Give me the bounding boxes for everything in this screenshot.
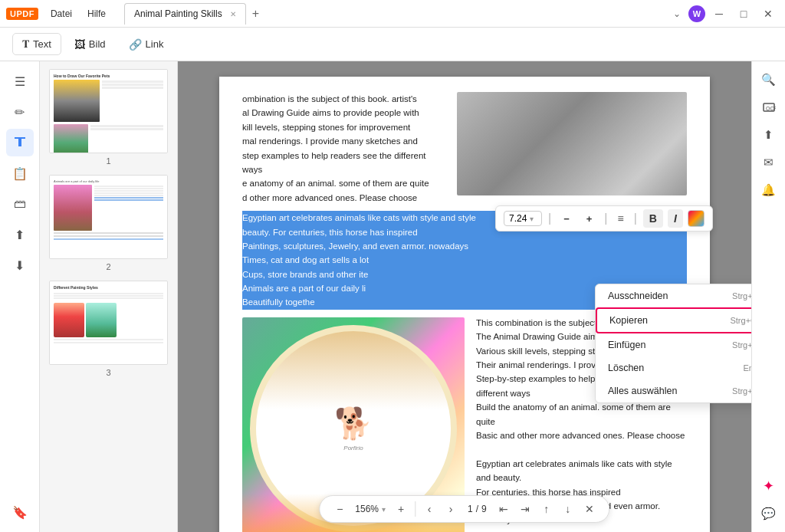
tab-add-btn[interactable]: + (246, 7, 265, 21)
paste-shortcut: Strg+V (732, 340, 751, 350)
image-tool-icon: 🖼 (74, 38, 85, 51)
copy-label: Kopieren (609, 315, 648, 326)
cut-label: Ausschneiden (608, 291, 668, 301)
nav-up-btn[interactable]: ↑ (536, 498, 557, 520)
zoom-level: 156% ▾ (350, 504, 390, 514)
thumbnail-panel: How to Draw Our Favorite Pets (40, 61, 178, 532)
current-page: 1 (468, 504, 473, 514)
sidebar-text-btn[interactable] (6, 129, 34, 156)
notification-icon-btn[interactable]: 🔔 (757, 178, 781, 202)
thumbnail-3[interactable]: Different Painting Styles (46, 281, 171, 377)
context-menu-copy[interactable]: Kopieren Strg+C (596, 307, 751, 333)
svg-rect-1 (18, 139, 21, 146)
tab-title: Animal Painting Skills (134, 8, 222, 19)
sidebar-thumbnails-btn[interactable]: ☰ (6, 67, 34, 95)
maximize-btn[interactable]: □ (733, 3, 754, 25)
zoom-dropdown-icon[interactable]: ▾ (382, 505, 386, 514)
page-image-top (457, 92, 687, 195)
window-controls: ⌄ W ─ □ ✕ (668, 3, 779, 25)
thumbnail-image-2: Animals are a part of our daily life (49, 175, 168, 259)
nav-prev-btn[interactable]: ‹ (419, 498, 440, 520)
italic-btn[interactable]: I (668, 209, 683, 228)
link-tool-label: Link (146, 38, 164, 50)
main-toolbar: 𝐓 Text 🖼 Bild 🔗 Link (0, 28, 785, 61)
thumbnail-2[interactable]: Animals are a part of our daily life (46, 175, 171, 271)
chat-icon-btn[interactable]: 💬 (757, 501, 781, 526)
context-menu-select-all[interactable]: Alles auswählen Strg+A (596, 379, 751, 402)
text-icon (13, 136, 27, 149)
thumbnail-1[interactable]: How to Draw Our Favorite Pets (46, 69, 171, 166)
font-size-control[interactable]: 7.24 ▾ (504, 211, 542, 226)
thumbnail-image-1: How to Draw Our Favorite Pets (49, 69, 168, 153)
ocr-icon: OCR (762, 100, 776, 114)
pdf-page: ombination is the subject of this book. … (219, 77, 710, 532)
image-tool-btn[interactable]: 🖼 Bild (64, 34, 116, 55)
context-menu-cut[interactable]: Ausschneiden Strg+X (596, 284, 751, 307)
close-toolbar-btn[interactable]: ✕ (579, 498, 600, 520)
thumbnail-image-3: Different Painting Styles (49, 281, 168, 365)
cut-shortcut: Strg+X (732, 291, 751, 300)
font-minus-btn[interactable]: − (557, 210, 576, 228)
mail-icon-btn[interactable]: ✉ (757, 150, 781, 175)
chevron-down-icon[interactable]: ⌄ (668, 7, 685, 21)
select-all-shortcut: Strg+A (732, 386, 751, 396)
user-avatar[interactable]: W (688, 5, 705, 22)
sidebar-bookmark-btn[interactable]: 🔖 (6, 498, 34, 526)
toolbar-group: 𝐓 Text 🖼 Bild 🔗 Link (12, 33, 173, 55)
palette-icon-btn[interactable]: ✦ (757, 474, 781, 498)
thumbnail-number-1: 1 (106, 156, 110, 166)
link-tool-btn[interactable]: 🔗 Link (119, 34, 174, 55)
copy-shortcut: Strg+C (730, 316, 751, 325)
sidebar-files-btn[interactable]: 🗃 (6, 190, 34, 218)
text-tool-icon: 𝐓 (22, 38, 29, 51)
font-size-dropdown-icon[interactable]: ▾ (530, 215, 534, 223)
tab-animal-painting[interactable]: Animal Painting Skills ✕ (124, 3, 246, 25)
nav-first-btn[interactable]: ⇤ (493, 498, 514, 520)
ocr-icon-btn[interactable]: OCR (757, 95, 781, 120)
zoom-in-btn[interactable]: + (390, 498, 412, 520)
context-menu: Ausschneiden Strg+X Kopieren Strg+C Einf… (595, 284, 751, 403)
divider-1 (415, 501, 415, 517)
title-bar: UPDF Datei Hilfe Animal Painting Skills … (0, 0, 785, 28)
nav-last-btn[interactable]: ⇥ (514, 498, 536, 520)
page-navigation: 1 / 9 (461, 504, 493, 514)
nav-down-btn[interactable]: ↓ (557, 498, 579, 520)
image-tool-label: Bild (89, 38, 106, 50)
sidebar-down-btn[interactable]: ⬇ (6, 251, 34, 279)
total-pages: 9 (481, 504, 487, 514)
app-logo: UPDF (6, 8, 38, 20)
delete-shortcut: Entf (743, 363, 751, 373)
minimize-btn[interactable]: ─ (708, 3, 730, 25)
text-align-btn[interactable]: ≡ (614, 211, 628, 226)
search-icon-btn[interactable]: 🔍 (757, 67, 781, 92)
color-picker-btn[interactable] (688, 210, 705, 227)
menu-datei[interactable]: Datei (44, 7, 78, 21)
upload-icon-btn[interactable]: ⬆ (757, 123, 781, 147)
context-menu-delete[interactable]: Löschen Entf (596, 356, 751, 379)
tab-bar: Animal Painting Skills ✕ + (124, 3, 265, 25)
zoom-out-btn[interactable]: − (329, 498, 350, 520)
thumbnail-number-2: 2 (106, 262, 110, 271)
bold-btn[interactable]: B (643, 209, 663, 228)
font-plus-btn[interactable]: + (580, 210, 599, 228)
sidebar-pages-btn[interactable]: 📋 (6, 159, 34, 187)
menu-hilfe[interactable]: Hilfe (81, 7, 112, 21)
context-menu-paste[interactable]: Einfügen Strg+V (596, 333, 751, 356)
select-all-label: Alles auswählen (608, 386, 677, 396)
left-sidebar: ☰ ✏ 📋 🗃 ⬆ ⬇ 🔖 (0, 61, 40, 532)
menu-bar: Datei Hilfe (44, 7, 112, 21)
close-btn[interactable]: ✕ (757, 3, 779, 25)
sidebar-edit-btn[interactable]: ✏ (6, 98, 34, 126)
font-size-value: 7.24 (509, 213, 527, 224)
zoom-value: 156% (355, 504, 379, 514)
sidebar-up-btn[interactable]: ⬆ (6, 221, 34, 248)
text-tool-btn[interactable]: 𝐓 Text (12, 33, 61, 55)
thumbnail-number-3: 3 (106, 368, 110, 377)
paste-label: Einfügen (608, 340, 645, 350)
right-sidebar: 🔍 OCR ⬆ ✉ 🔔 ✦ 💬 (751, 61, 785, 532)
text-tool-label: Text (33, 38, 51, 50)
svg-rect-0 (15, 137, 25, 139)
nav-next-btn[interactable]: › (440, 498, 461, 520)
font-toolbar: 7.24 ▾ | − + | ≡ | B I (495, 205, 713, 232)
tab-close-btn[interactable]: ✕ (230, 10, 236, 18)
